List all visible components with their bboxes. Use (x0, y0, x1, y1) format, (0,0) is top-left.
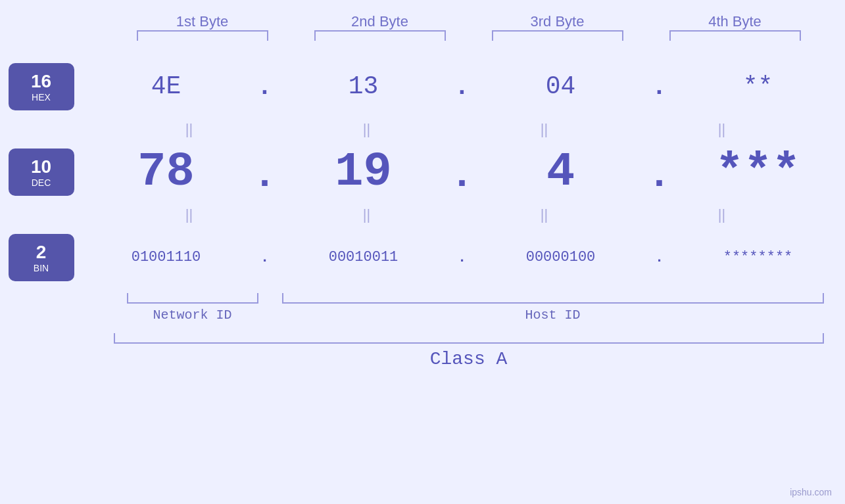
eq1-b1: || (117, 121, 262, 138)
host-id-bracket (282, 293, 824, 304)
byte4-bracket (669, 30, 801, 41)
byte3-header: 3rd Byte (485, 13, 630, 30)
eq2-b4: || (650, 206, 794, 223)
bin-dot3: . (646, 250, 673, 266)
dec-byte2: 19 (291, 149, 436, 196)
dec-byte4: *** (686, 149, 831, 196)
dec-dot3: . (646, 153, 673, 198)
network-id-label: Network ID (153, 308, 231, 323)
dec-byte1: 78 (94, 149, 239, 196)
hex-byte3: 04 (489, 74, 633, 99)
byte1-header: 1st Byte (130, 13, 275, 30)
bin-byte1: 01001110 (94, 250, 239, 265)
dec-label: 10 DEC (9, 149, 74, 196)
network-id-bracket (127, 293, 258, 304)
dec-byte3: 4 (489, 149, 633, 196)
byte2-bracket (314, 30, 446, 41)
hex-dot2: . (449, 73, 475, 101)
bin-byte4: ******** (686, 250, 831, 265)
eq2-b3: || (472, 206, 617, 223)
hex-byte1: 4E (94, 74, 239, 99)
eq2-b1: || (117, 206, 262, 223)
byte3-bracket (492, 30, 623, 41)
hex-dot1: . (252, 73, 278, 101)
host-id-label: Host ID (525, 308, 580, 323)
byte4-header: 4th Byte (663, 13, 808, 30)
byte1-bracket (137, 30, 268, 41)
eq1-b4: || (650, 121, 794, 138)
class-label: Class A (114, 349, 824, 369)
bin-dot2: . (449, 250, 475, 266)
hex-dot3: . (646, 73, 673, 101)
hex-byte4: ** (686, 74, 831, 99)
bin-dot1: . (252, 250, 278, 266)
eq2-b2: || (295, 206, 439, 223)
eq1-b3: || (472, 121, 617, 138)
watermark: ipshu.com (790, 487, 832, 497)
byte2-header: 2nd Byte (308, 13, 452, 30)
eq1-b2: || (295, 121, 439, 138)
class-bracket (114, 333, 824, 344)
hex-label: 16 HEX (9, 63, 74, 110)
dec-dot1: . (252, 153, 278, 198)
bin-byte3: 00000100 (489, 250, 633, 265)
bin-byte2: 00010011 (291, 250, 436, 265)
bin-label: 2 BIN (9, 234, 74, 281)
hex-byte2: 13 (291, 74, 436, 99)
dec-dot2: . (449, 153, 475, 198)
